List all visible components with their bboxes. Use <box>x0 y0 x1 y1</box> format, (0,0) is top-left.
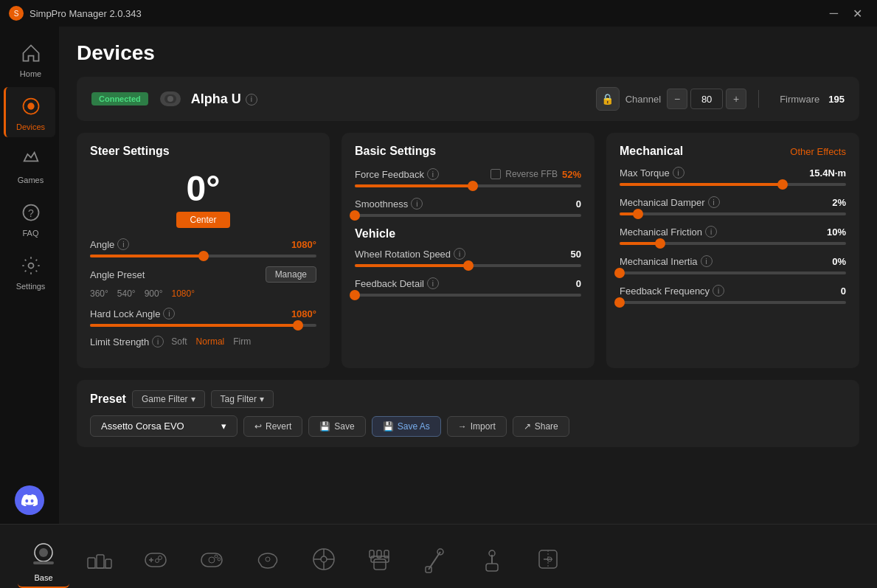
limit-firm[interactable]: Firm <box>233 336 251 347</box>
friction-info-icon[interactable]: i <box>705 226 717 238</box>
limit-normal[interactable]: Normal <box>196 336 225 347</box>
feedback-detail-info-icon[interactable]: i <box>427 277 439 289</box>
preset-1080[interactable]: 1080° <box>171 288 195 299</box>
angle-info-icon[interactable]: i <box>117 238 129 250</box>
max-torque-info-icon[interactable]: i <box>673 167 684 179</box>
device-icon-base[interactable]: Base <box>18 532 69 588</box>
preset-bar: Preset Game Filter ▾ Tag Filter ▾ Assett… <box>77 380 859 447</box>
svg-point-24 <box>266 557 270 561</box>
limit-info-icon[interactable]: i <box>152 336 164 347</box>
ff-slider-thumb[interactable] <box>468 181 478 191</box>
angle-slider-thumb[interactable] <box>198 251 209 261</box>
import-button[interactable]: → Import <box>447 416 507 437</box>
other-effects-button[interactable]: Other Effects <box>790 146 846 157</box>
preset-540[interactable]: 540° <box>117 288 136 299</box>
handbrake-icon <box>418 542 454 577</box>
svg-point-23 <box>218 558 221 561</box>
angle-slider[interactable] <box>90 255 316 257</box>
device-info-icon[interactable]: i <box>246 92 257 106</box>
device-icon-joystick[interactable] <box>466 537 518 583</box>
hard-lock-value: 1080° <box>291 308 316 319</box>
faq-icon: ? <box>18 199 44 226</box>
reverse-ffb-checkbox[interactable] <box>491 169 501 179</box>
smoothness-slider-thumb[interactable] <box>350 210 360 221</box>
feedback-detail-slider-thumb[interactable] <box>350 290 360 300</box>
tag-filter-button[interactable]: Tag Filter ▾ <box>211 390 274 408</box>
smoothness-info-icon[interactable]: i <box>411 198 423 210</box>
damper-info-icon[interactable]: i <box>708 196 720 208</box>
manage-button[interactable]: Manage <box>266 266 316 283</box>
max-torque-slider-thumb[interactable] <box>777 179 788 190</box>
damper-slider-thumb[interactable] <box>633 209 643 219</box>
inertia-slider-thumb[interactable] <box>614 268 625 278</box>
svg-text:?: ? <box>27 207 33 219</box>
lock-button[interactable]: 🔒 <box>596 87 620 111</box>
hard-lock-slider-thumb[interactable] <box>293 320 303 331</box>
channel-decrease-button[interactable]: − <box>667 89 687 109</box>
smoothness-slider[interactable] <box>355 214 581 217</box>
damper-label: Mechanical Damper i <box>620 196 720 208</box>
channel-controls: − 80 + <box>667 89 746 109</box>
force-feedback-slider[interactable] <box>355 184 581 187</box>
device-avatar <box>157 86 184 112</box>
device-icon-throttle[interactable] <box>522 537 574 583</box>
freq-slider-thumb[interactable] <box>614 297 625 308</box>
device-icon-gamepad3[interactable] <box>242 537 294 583</box>
friction-slider[interactable] <box>620 242 846 245</box>
freq-info-icon[interactable]: i <box>713 285 724 297</box>
game-filter-button[interactable]: Game Filter ▾ <box>132 390 205 408</box>
hard-lock-info-icon[interactable]: i <box>163 308 175 319</box>
feedback-detail-slider[interactable] <box>355 294 581 297</box>
tag-filter-chevron-icon: ▾ <box>260 394 264 404</box>
close-button[interactable]: ✕ <box>847 4 868 24</box>
channel-increase-button[interactable]: + <box>726 89 746 109</box>
sidebar-item-faq[interactable]: ? FAQ <box>4 193 55 243</box>
gamepad1-icon <box>138 542 173 577</box>
center-button[interactable]: Center <box>176 212 229 228</box>
preset-select[interactable]: Assetto Corsa EVO ▾ <box>90 415 238 437</box>
device-header: Connected Alpha U i 🔒 Channel − 80 + <box>77 77 859 121</box>
basic-panel-title: Basic Settings <box>355 145 581 158</box>
freq-slider[interactable] <box>620 301 846 304</box>
ff-info-icon[interactable]: i <box>427 168 439 180</box>
main-content: Devices Connected Alpha U i 🔒 Channel − <box>59 27 877 524</box>
inertia-slider[interactable] <box>620 271 846 274</box>
wheel-rotation-slider-thumb[interactable] <box>463 260 474 271</box>
angle-preset-label: Angle Preset <box>90 269 145 280</box>
inertia-info-icon[interactable]: i <box>701 255 713 267</box>
preset-angles: 360° 540° 900° 1080° <box>90 288 316 299</box>
limit-strength-row: Limit Strength i Soft Normal Firm <box>90 336 316 347</box>
sidebar-item-settings[interactable]: Settings <box>4 246 55 297</box>
damper-slider[interactable] <box>620 212 846 215</box>
max-torque-slider[interactable] <box>620 183 846 186</box>
save-button[interactable]: 💾 Save <box>308 416 365 437</box>
app-body: Home Devices Games ? <box>0 27 877 524</box>
save-as-button[interactable]: 💾 Save As <box>372 416 441 437</box>
discord-button[interactable] <box>15 485 44 515</box>
revert-button[interactable]: ↩ Revert <box>243 416 302 437</box>
wheel-rotation-info-icon[interactable]: i <box>454 248 465 260</box>
revert-label: Revert <box>266 421 291 432</box>
device-icon-gamepad1[interactable] <box>130 537 181 583</box>
preset-900[interactable]: 900° <box>145 288 163 299</box>
limit-soft[interactable]: Soft <box>171 336 187 347</box>
svg-point-21 <box>209 557 215 563</box>
sidebar-item-games[interactable]: Games <box>4 140 55 190</box>
device-icon-pedals[interactable] <box>74 537 125 583</box>
device-icon-shifter[interactable] <box>354 537 406 583</box>
mechanical-header: Mechanical Other Effects <box>620 145 846 158</box>
hard-lock-slider[interactable] <box>90 324 316 327</box>
friction-slider-thumb[interactable] <box>655 238 665 249</box>
device-icon-gamepad2[interactable] <box>186 537 238 583</box>
preset-360[interactable]: 360° <box>90 288 108 299</box>
share-button[interactable]: ↗ Share <box>513 416 569 437</box>
home-icon <box>18 40 44 66</box>
device-icon-handbrake[interactable] <box>410 537 462 583</box>
device-icon-wheel[interactable] <box>298 537 350 583</box>
sidebar-item-devices[interactable]: Devices <box>4 87 55 137</box>
minimize-button[interactable]: ─ <box>824 4 844 24</box>
damper-value: 2% <box>832 197 846 208</box>
wheel-rotation-slider[interactable] <box>355 264 581 267</box>
firmware-label: Firmware <box>780 94 819 105</box>
sidebar-item-home[interactable]: Home <box>4 34 55 84</box>
